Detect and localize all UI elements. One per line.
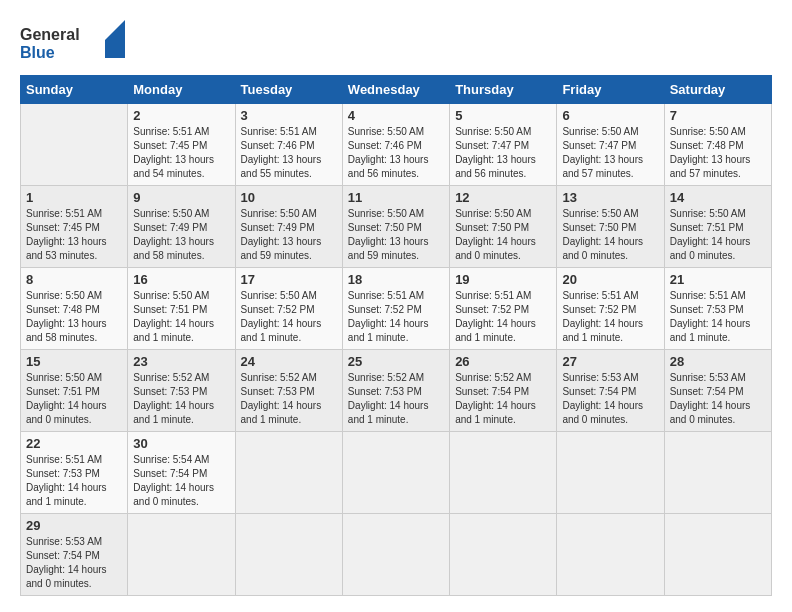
- day-info: Sunrise: 5:50 AM Sunset: 7:51 PM Dayligh…: [133, 289, 229, 345]
- day-number: 13: [562, 190, 658, 205]
- calendar-cell: 18Sunrise: 5:51 AM Sunset: 7:52 PM Dayli…: [342, 268, 449, 350]
- day-info: Sunrise: 5:52 AM Sunset: 7:54 PM Dayligh…: [455, 371, 551, 427]
- day-number: 12: [455, 190, 551, 205]
- day-info: Sunrise: 5:51 AM Sunset: 7:46 PM Dayligh…: [241, 125, 337, 181]
- day-info: Sunrise: 5:50 AM Sunset: 7:46 PM Dayligh…: [348, 125, 444, 181]
- calendar-week-row: 8Sunrise: 5:50 AM Sunset: 7:48 PM Daylig…: [21, 268, 772, 350]
- svg-text:General: General: [20, 26, 80, 43]
- day-number: 9: [133, 190, 229, 205]
- calendar-cell: 2Sunrise: 5:51 AM Sunset: 7:45 PM Daylig…: [128, 104, 235, 186]
- day-info: Sunrise: 5:50 AM Sunset: 7:50 PM Dayligh…: [348, 207, 444, 263]
- calendar-cell: 30Sunrise: 5:54 AM Sunset: 7:54 PM Dayli…: [128, 432, 235, 514]
- calendar-cell: [557, 514, 664, 596]
- calendar-cell: 9Sunrise: 5:50 AM Sunset: 7:49 PM Daylig…: [128, 186, 235, 268]
- day-number: 28: [670, 354, 766, 369]
- calendar-cell: 26Sunrise: 5:52 AM Sunset: 7:54 PM Dayli…: [450, 350, 557, 432]
- day-number: 7: [670, 108, 766, 123]
- day-number: 26: [455, 354, 551, 369]
- day-number: 18: [348, 272, 444, 287]
- day-info: Sunrise: 5:50 AM Sunset: 7:47 PM Dayligh…: [455, 125, 551, 181]
- calendar-cell: 20Sunrise: 5:51 AM Sunset: 7:52 PM Dayli…: [557, 268, 664, 350]
- day-number: 24: [241, 354, 337, 369]
- calendar-cell: 8Sunrise: 5:50 AM Sunset: 7:48 PM Daylig…: [21, 268, 128, 350]
- calendar-header-row: SundayMondayTuesdayWednesdayThursdayFrid…: [21, 76, 772, 104]
- day-info: Sunrise: 5:54 AM Sunset: 7:54 PM Dayligh…: [133, 453, 229, 509]
- day-number: 20: [562, 272, 658, 287]
- day-number: 15: [26, 354, 122, 369]
- day-number: 4: [348, 108, 444, 123]
- day-number: 10: [241, 190, 337, 205]
- day-info: Sunrise: 5:52 AM Sunset: 7:53 PM Dayligh…: [133, 371, 229, 427]
- day-info: Sunrise: 5:50 AM Sunset: 7:49 PM Dayligh…: [133, 207, 229, 263]
- day-number: 27: [562, 354, 658, 369]
- calendar-cell: [450, 514, 557, 596]
- calendar-cell: 29Sunrise: 5:53 AM Sunset: 7:54 PM Dayli…: [21, 514, 128, 596]
- calendar-cell: 3Sunrise: 5:51 AM Sunset: 7:46 PM Daylig…: [235, 104, 342, 186]
- day-info: Sunrise: 5:53 AM Sunset: 7:54 PM Dayligh…: [562, 371, 658, 427]
- calendar-cell: [128, 514, 235, 596]
- day-number: 6: [562, 108, 658, 123]
- calendar-cell: 17Sunrise: 5:50 AM Sunset: 7:52 PM Dayli…: [235, 268, 342, 350]
- calendar-cell: [557, 432, 664, 514]
- calendar-cell: [342, 432, 449, 514]
- calendar-cell: 11Sunrise: 5:50 AM Sunset: 7:50 PM Dayli…: [342, 186, 449, 268]
- calendar-week-row: 2Sunrise: 5:51 AM Sunset: 7:45 PM Daylig…: [21, 104, 772, 186]
- calendar-cell: [664, 432, 771, 514]
- day-number: 23: [133, 354, 229, 369]
- calendar-cell: [342, 514, 449, 596]
- day-info: Sunrise: 5:50 AM Sunset: 7:52 PM Dayligh…: [241, 289, 337, 345]
- day-number: 21: [670, 272, 766, 287]
- day-info: Sunrise: 5:50 AM Sunset: 7:51 PM Dayligh…: [670, 207, 766, 263]
- col-header-friday: Friday: [557, 76, 664, 104]
- day-info: Sunrise: 5:51 AM Sunset: 7:52 PM Dayligh…: [455, 289, 551, 345]
- calendar-cell: 22Sunrise: 5:51 AM Sunset: 7:53 PM Dayli…: [21, 432, 128, 514]
- day-number: 11: [348, 190, 444, 205]
- day-info: Sunrise: 5:53 AM Sunset: 7:54 PM Dayligh…: [670, 371, 766, 427]
- day-info: Sunrise: 5:51 AM Sunset: 7:45 PM Dayligh…: [133, 125, 229, 181]
- day-number: 29: [26, 518, 122, 533]
- svg-text:Blue: Blue: [20, 44, 55, 61]
- day-number: 30: [133, 436, 229, 451]
- calendar-cell: 7Sunrise: 5:50 AM Sunset: 7:48 PM Daylig…: [664, 104, 771, 186]
- calendar-cell: 14Sunrise: 5:50 AM Sunset: 7:51 PM Dayli…: [664, 186, 771, 268]
- day-number: 3: [241, 108, 337, 123]
- day-info: Sunrise: 5:50 AM Sunset: 7:47 PM Dayligh…: [562, 125, 658, 181]
- day-info: Sunrise: 5:52 AM Sunset: 7:53 PM Dayligh…: [348, 371, 444, 427]
- calendar-cell: 23Sunrise: 5:52 AM Sunset: 7:53 PM Dayli…: [128, 350, 235, 432]
- day-info: Sunrise: 5:52 AM Sunset: 7:53 PM Dayligh…: [241, 371, 337, 427]
- calendar-week-row: 1Sunrise: 5:51 AM Sunset: 7:45 PM Daylig…: [21, 186, 772, 268]
- day-info: Sunrise: 5:51 AM Sunset: 7:45 PM Dayligh…: [26, 207, 122, 263]
- day-number: 25: [348, 354, 444, 369]
- calendar-cell: 28Sunrise: 5:53 AM Sunset: 7:54 PM Dayli…: [664, 350, 771, 432]
- day-info: Sunrise: 5:51 AM Sunset: 7:52 PM Dayligh…: [562, 289, 658, 345]
- day-number: 14: [670, 190, 766, 205]
- calendar-cell: 16Sunrise: 5:50 AM Sunset: 7:51 PM Dayli…: [128, 268, 235, 350]
- day-info: Sunrise: 5:50 AM Sunset: 7:48 PM Dayligh…: [670, 125, 766, 181]
- calendar-cell: 10Sunrise: 5:50 AM Sunset: 7:49 PM Dayli…: [235, 186, 342, 268]
- col-header-wednesday: Wednesday: [342, 76, 449, 104]
- col-header-thursday: Thursday: [450, 76, 557, 104]
- day-number: 16: [133, 272, 229, 287]
- day-number: 2: [133, 108, 229, 123]
- calendar-cell: 5Sunrise: 5:50 AM Sunset: 7:47 PM Daylig…: [450, 104, 557, 186]
- calendar-cell: [664, 514, 771, 596]
- calendar-table: SundayMondayTuesdayWednesdayThursdayFrid…: [20, 75, 772, 596]
- day-info: Sunrise: 5:50 AM Sunset: 7:50 PM Dayligh…: [455, 207, 551, 263]
- calendar-cell: 6Sunrise: 5:50 AM Sunset: 7:47 PM Daylig…: [557, 104, 664, 186]
- calendar-cell: [235, 514, 342, 596]
- calendar-cell: 12Sunrise: 5:50 AM Sunset: 7:50 PM Dayli…: [450, 186, 557, 268]
- day-info: Sunrise: 5:50 AM Sunset: 7:50 PM Dayligh…: [562, 207, 658, 263]
- day-number: 5: [455, 108, 551, 123]
- logo-svg: GeneralBlue: [20, 20, 140, 65]
- day-info: Sunrise: 5:51 AM Sunset: 7:53 PM Dayligh…: [670, 289, 766, 345]
- day-number: 17: [241, 272, 337, 287]
- day-info: Sunrise: 5:51 AM Sunset: 7:52 PM Dayligh…: [348, 289, 444, 345]
- calendar-cell: 27Sunrise: 5:53 AM Sunset: 7:54 PM Dayli…: [557, 350, 664, 432]
- day-info: Sunrise: 5:50 AM Sunset: 7:48 PM Dayligh…: [26, 289, 122, 345]
- calendar-week-row: 29Sunrise: 5:53 AM Sunset: 7:54 PM Dayli…: [21, 514, 772, 596]
- calendar-week-row: 22Sunrise: 5:51 AM Sunset: 7:53 PM Dayli…: [21, 432, 772, 514]
- calendar-cell: 19Sunrise: 5:51 AM Sunset: 7:52 PM Dayli…: [450, 268, 557, 350]
- calendar-cell: [450, 432, 557, 514]
- calendar-cell: 24Sunrise: 5:52 AM Sunset: 7:53 PM Dayli…: [235, 350, 342, 432]
- calendar-cell: [21, 104, 128, 186]
